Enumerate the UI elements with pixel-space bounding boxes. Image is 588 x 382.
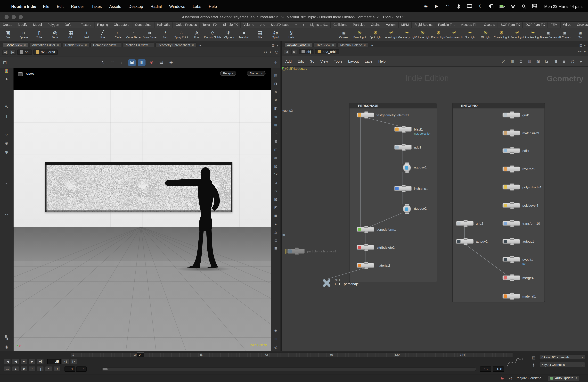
gauge-icon[interactable]: ◠	[445, 3, 450, 9]
shelf-tool[interactable]: @ Spiral	[268, 28, 283, 41]
shelf-tab[interactable]: Rigid Bodies	[412, 22, 436, 28]
shelf-tab[interactable]: Rigging	[94, 22, 111, 28]
key-all-channels-dropdown[interactable]: Key All Channels▾	[539, 362, 585, 367]
range-substart-field[interactable]: 1	[76, 366, 86, 372]
display-toggle-icon[interactable]: ◨	[271, 82, 280, 85]
shelf-tab[interactable]: Particles	[350, 22, 368, 28]
shelf-tool[interactable]: ▯ Tube	[32, 28, 47, 41]
close-tab-icon[interactable]: ×	[192, 43, 194, 47]
close-tab-icon[interactable]: ×	[364, 43, 366, 47]
display-toggle-icon[interactable]: ⊿	[271, 181, 280, 185]
shelf-tool[interactable]: ☀ Caustic Light	[493, 28, 509, 41]
add-pane-tab-button[interactable]: +	[369, 43, 375, 47]
add-pane-tab-button[interactable]: +	[198, 43, 203, 47]
display-toggle-icon[interactable]: ◧	[271, 106, 280, 110]
viewport-tool-icon[interactable]: ✚	[167, 59, 175, 66]
pin-icon[interactable]: ⊶	[578, 49, 582, 54]
shelf-tab[interactable]: MPM	[399, 22, 412, 28]
menubar-menu[interactable]: Takes	[91, 4, 102, 8]
shelf-tab[interactable]: Particle Fl...	[436, 22, 458, 28]
shelf-tool[interactable]: ☀ Area Light	[383, 28, 399, 41]
app-menu[interactable]: Houdini Indie	[11, 4, 36, 8]
network-node[interactable]: ikchains1	[394, 186, 412, 191]
playbar-option-icon[interactable]: ◔	[28, 366, 36, 372]
shelf-tool[interactable]: ○ Circle	[110, 28, 126, 41]
play-icon[interactable]: ▶	[434, 3, 440, 9]
close-tab-icon[interactable]: ×	[308, 43, 310, 47]
shelf-tab[interactable]: Simple FX	[220, 22, 241, 28]
viewport-tool-icon[interactable]: ▤	[157, 59, 165, 66]
shelf-tab[interactable]: Guide Process	[173, 22, 200, 28]
network-node[interactable]: autouv1	[503, 239, 520, 244]
display-toggle-icon[interactable]: ◬	[271, 230, 280, 234]
network-toolbar-icon[interactable]: ◪	[544, 59, 550, 64]
network-menu[interactable]: Labs	[365, 59, 372, 64]
menubar-menu[interactable]: File	[43, 4, 49, 8]
shelf-tab[interactable]: SOP Pyro FX	[498, 22, 523, 28]
shelf-tool[interactable]: ☀ Volume Light	[415, 28, 430, 41]
shelf-tab[interactable]: Model	[30, 22, 45, 28]
tool-strip-icon[interactable]: ●	[0, 68, 13, 73]
shelf-overflow-chevron[interactable]: ▾	[300, 22, 307, 28]
menubar-clock[interactable]: Mon 23 Mar 5:44 p.m.	[544, 4, 583, 8]
shelf-tool[interactable]: ◎ Torus	[47, 28, 63, 41]
path-back-button[interactable]: ◀	[284, 49, 290, 54]
tool-strip-icon[interactable]: ▚	[0, 336, 13, 340]
menubar-menu[interactable]: Desktop	[128, 4, 143, 8]
playbar-right-icon[interactable]: §	[532, 363, 536, 367]
add-shelf-tab-button[interactable]: +	[292, 22, 300, 28]
network-menu[interactable]: Layout	[348, 59, 359, 64]
display-toggle-icon[interactable]: ▭	[271, 156, 280, 160]
network-canvas[interactable]: Indie Edition Geometry —PERSONAJE —ENTOR…	[282, 67, 588, 351]
shelf-tab[interactable]: eho	[257, 22, 268, 28]
stage-manager-icon[interactable]	[488, 3, 494, 9]
viewport-options-icon[interactable]: ✛	[274, 60, 277, 65]
network-node[interactable]: grid2	[456, 221, 474, 226]
display-toggle-icon[interactable]: ☰	[271, 247, 280, 251]
shelf-tool[interactable]: ● Metaball	[236, 28, 252, 41]
shelf-tab[interactable]: Viscous Fl...	[458, 22, 481, 28]
tool-strip-icon[interactable]: Ж	[0, 150, 13, 155]
display-toggle-icon[interactable]: ◎	[271, 345, 280, 349]
display-toggle-icon[interactable]: ▲	[271, 222, 280, 226]
shelf-tab[interactable]: Vellum	[383, 22, 399, 28]
playbar-option-icon[interactable]: ◈	[12, 366, 19, 372]
bluetooth-icon[interactable]	[456, 3, 461, 9]
network-node[interactable]: testgeometry_electra1	[357, 113, 374, 117]
pane-maximize-icon[interactable]: ⊡	[579, 43, 582, 47]
tool-strip-icon[interactable]: ▲	[0, 76, 13, 81]
camera-lock-icon[interactable]: ◎	[275, 50, 278, 54]
pane-tab[interactable]: Motion FX View×	[123, 42, 154, 47]
pane-divider[interactable]	[280, 41, 282, 351]
viewport-tool-icon[interactable]: ▢	[109, 59, 116, 66]
network-node[interactable]: reverse2	[503, 167, 520, 171]
screen-record-icon[interactable]: ◉	[423, 3, 429, 9]
menubar-menu[interactable]: Assets	[109, 4, 121, 8]
pane-tab[interactable]: /obj/d23_orbit×	[285, 42, 313, 47]
shelf-tool[interactable]: ╱ Line	[95, 28, 110, 41]
display-toggle-icon[interactable]: 12	[271, 172, 280, 176]
step-back-button[interactable]: ◁	[62, 359, 69, 364]
display-toggle-icon[interactable]: ⊞	[271, 337, 280, 341]
shelf-tab[interactable]: Create	[0, 22, 15, 28]
search-icon[interactable]	[521, 3, 526, 9]
display-toggle-icon[interactable]: ▩	[271, 197, 280, 201]
shelf-tool[interactable]: ○ Sphere	[16, 28, 31, 41]
network-menu[interactable]: Go	[310, 59, 315, 64]
display-toggle-icon[interactable]: ⊞	[271, 140, 280, 143]
pane-tab[interactable]: Render View×	[63, 42, 89, 47]
playbar-option-icon[interactable]: ↻	[20, 366, 27, 372]
menubar-menu[interactable]: Help	[209, 4, 217, 8]
shelf-tool[interactable]: Ψ L-System	[220, 28, 236, 41]
display-toggle-icon[interactable]: ▨	[271, 164, 280, 168]
current-frame-field[interactable]: 25	[47, 359, 61, 364]
viewport-tool-icon[interactable]: ▣	[128, 59, 136, 66]
display-toggle-icon[interactable]: ▤	[271, 74, 280, 77]
network-menu[interactable]: View	[320, 59, 328, 64]
close-tab-icon[interactable]: ×	[85, 43, 87, 47]
menubar-menu[interactable]: Windows	[169, 4, 185, 8]
display-toggle-icon[interactable]: ◩	[271, 206, 280, 209]
transport-button[interactable]: |◀	[4, 359, 11, 364]
control-center-icon[interactable]	[532, 3, 537, 9]
display-toggle-icon[interactable]: ▣	[271, 214, 280, 218]
